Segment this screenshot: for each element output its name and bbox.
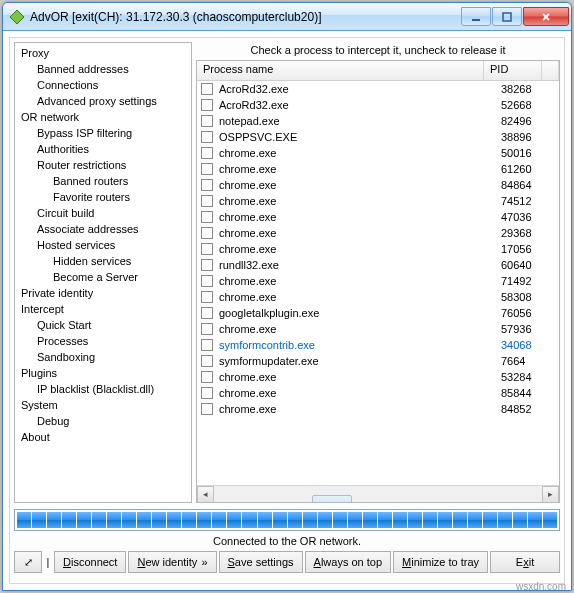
process-checkbox[interactable] (201, 99, 213, 111)
list-body[interactable]: AcroRd32.exe38268AcroRd32.exe52668notepa… (197, 81, 559, 485)
horizontal-scrollbar[interactable]: ◂ ▸ (197, 485, 559, 502)
tree-node[interactable]: Become a Server (15, 269, 191, 285)
tree-node[interactable]: Hosted services (15, 237, 191, 253)
scroll-left-icon[interactable]: ◂ (197, 486, 214, 503)
process-checkbox[interactable] (201, 355, 213, 367)
process-row[interactable]: chrome.exe84852 (197, 401, 559, 417)
process-row[interactable]: chrome.exe50016 (197, 145, 559, 161)
process-checkbox[interactable] (201, 403, 213, 415)
process-checkbox[interactable] (201, 275, 213, 287)
svg-rect-1 (472, 19, 480, 21)
tree-node[interactable]: Plugins (15, 365, 191, 381)
progress-block (333, 512, 347, 528)
process-checkbox[interactable] (201, 243, 213, 255)
app-icon (9, 9, 25, 25)
process-checkbox[interactable] (201, 179, 213, 191)
tree-node[interactable]: About (15, 429, 191, 445)
process-row[interactable]: chrome.exe85844 (197, 385, 559, 401)
scroll-right-icon[interactable]: ▸ (542, 486, 559, 503)
tree-node[interactable]: Connections (15, 77, 191, 93)
col-process-name[interactable]: Process name (197, 61, 484, 80)
process-checkbox[interactable] (201, 339, 213, 351)
save-settings-button[interactable]: Save settings (219, 551, 303, 573)
tree-node[interactable]: Private identity (15, 285, 191, 301)
tree-node[interactable]: Sandboxing (15, 349, 191, 365)
titlebar[interactable]: AdvOR [exit(CH): 31.172.30.3 (chaoscompu… (3, 3, 571, 31)
process-row[interactable]: AcroRd32.exe38268 (197, 81, 559, 97)
expand-icon-button[interactable]: ⤢ (14, 551, 42, 573)
tree-node[interactable]: Bypass ISP filtering (15, 125, 191, 141)
process-row[interactable]: chrome.exe74512 (197, 193, 559, 209)
progress-block (348, 512, 362, 528)
scroll-thumb[interactable] (312, 495, 352, 503)
tree-node[interactable]: Authorities (15, 141, 191, 157)
process-checkbox[interactable] (201, 323, 213, 335)
process-row[interactable]: chrome.exe47036 (197, 209, 559, 225)
progress-block (137, 512, 151, 528)
tree-node[interactable]: Favorite routers (15, 189, 191, 205)
process-row[interactable]: chrome.exe17056 (197, 241, 559, 257)
process-name: chrome.exe (217, 147, 501, 159)
tree-node[interactable]: Circuit build (15, 205, 191, 221)
process-checkbox[interactable] (201, 147, 213, 159)
tree-node[interactable]: Intercept (15, 301, 191, 317)
tree-node[interactable]: Hidden services (15, 253, 191, 269)
process-row[interactable]: chrome.exe53284 (197, 369, 559, 385)
process-row[interactable]: rundll32.exe60640 (197, 257, 559, 273)
tree-node[interactable]: Router restrictions (15, 157, 191, 173)
process-row[interactable]: AcroRd32.exe52668 (197, 97, 559, 113)
process-checkbox[interactable] (201, 83, 213, 95)
process-checkbox[interactable] (201, 259, 213, 271)
process-checkbox[interactable] (201, 291, 213, 303)
progress-block (242, 512, 256, 528)
process-row[interactable]: chrome.exe29368 (197, 225, 559, 241)
process-row[interactable]: notepad.exe82496 (197, 113, 559, 129)
tree-node[interactable]: Banned routers (15, 173, 191, 189)
process-checkbox[interactable] (201, 227, 213, 239)
tree-node[interactable]: Proxy (15, 45, 191, 61)
process-checkbox[interactable] (201, 387, 213, 399)
process-checkbox[interactable] (201, 131, 213, 143)
close-button[interactable] (523, 7, 569, 26)
process-checkbox[interactable] (201, 307, 213, 319)
disconnect-button[interactable]: Disconnect (54, 551, 126, 573)
process-row[interactable]: googletalkplugin.exe76056 (197, 305, 559, 321)
process-row[interactable]: symformupdater.exe7664 (197, 353, 559, 369)
process-checkbox[interactable] (201, 163, 213, 175)
process-row[interactable]: chrome.exe58308 (197, 289, 559, 305)
new-identity-button[interactable]: New identity» (128, 551, 216, 573)
progress-block (32, 512, 46, 528)
process-checkbox[interactable] (201, 371, 213, 383)
process-pid: 76056 (501, 307, 559, 319)
process-checkbox[interactable] (201, 211, 213, 223)
tree-node[interactable]: Debug (15, 413, 191, 429)
process-row[interactable]: chrome.exe61260 (197, 161, 559, 177)
progress-block (378, 512, 392, 528)
process-row[interactable]: chrome.exe84864 (197, 177, 559, 193)
maximize-button[interactable] (492, 7, 522, 26)
always-on-top-button[interactable]: Always on top (305, 551, 392, 573)
minimize-button[interactable] (461, 7, 491, 26)
tree-node[interactable]: System (15, 397, 191, 413)
tree-node[interactable]: IP blacklist (Blacklist.dll) (15, 381, 191, 397)
list-header[interactable]: Process name PID (197, 61, 559, 81)
progress-block (92, 512, 106, 528)
col-pid[interactable]: PID (484, 61, 542, 80)
progress-block (47, 512, 61, 528)
nav-tree[interactable]: ProxyBanned addressesConnectionsAdvanced… (14, 42, 192, 503)
tree-node[interactable]: Quick Start (15, 317, 191, 333)
tree-node[interactable]: Advanced proxy settings (15, 93, 191, 109)
process-row[interactable]: chrome.exe71492 (197, 273, 559, 289)
process-pid: 50016 (501, 147, 559, 159)
process-row[interactable]: OSPPSVC.EXE38896 (197, 129, 559, 145)
tree-node[interactable]: OR network (15, 109, 191, 125)
tree-node[interactable]: Associate addresses (15, 221, 191, 237)
process-row[interactable]: chrome.exe57936 (197, 321, 559, 337)
process-checkbox[interactable] (201, 195, 213, 207)
tree-node[interactable]: Processes (15, 333, 191, 349)
exit-button[interactable]: Exit (490, 551, 560, 573)
minimize-to-tray-button[interactable]: Minimize to tray (393, 551, 488, 573)
process-checkbox[interactable] (201, 115, 213, 127)
tree-node[interactable]: Banned addresses (15, 61, 191, 77)
process-row[interactable]: symformcontrib.exe34068 (197, 337, 559, 353)
